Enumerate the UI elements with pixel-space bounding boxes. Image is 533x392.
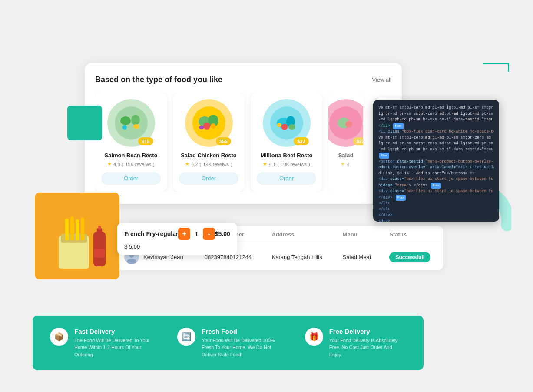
food-image-wrap-1: $55 — [185, 99, 233, 147]
code-line-1: ve mt-sm sm:pl-zero md:pl-md lg:pl-md pl… — [378, 105, 494, 111]
svg-point-11 — [203, 123, 210, 130]
code-line-15: <div class="box-flex ai-start jc-space-b… — [378, 189, 494, 195]
rating-count-0: 15K reveiws — [125, 162, 151, 167]
food-recommendation-card: Based on the type of food you like View … — [85, 63, 402, 204]
teal-accent-decoration — [483, 63, 509, 72]
food-photo-svg — [35, 193, 119, 279]
svg-rect-31 — [65, 219, 69, 240]
food-image-wrap-2: $33 — [263, 99, 311, 147]
feature-desc-0: The Food Will Be Delivered To Your Home … — [74, 337, 151, 359]
code-line-20: <div> — [378, 219, 494, 222]
food-name-1: Salad Chicken Resto — [181, 152, 237, 159]
rating-paren-close-1: ) — [231, 162, 232, 167]
status-badge: Successfull — [389, 252, 430, 262]
feature-item-2: 🎁 Free Delivery Your Food Delivery Is Ab… — [305, 328, 406, 359]
code-line-18: </ul> — [378, 207, 494, 213]
view-all-link[interactable]: View all — [372, 76, 391, 83]
fry-popup: French Fry-regular + 1 - $5.00 $ 5.00 — [117, 223, 237, 255]
rating-reviews-0: ( — [122, 162, 124, 167]
rating-paren-open-1: ( — [200, 162, 202, 167]
svg-rect-34 — [81, 218, 84, 240]
star-icon-0: ★ — [107, 161, 112, 167]
feature-content-2: Free Delivery Your Food Delivery Is Abso… — [329, 328, 406, 359]
green-square-decoration — [67, 106, 102, 140]
feature-title-2: Free Delivery — [329, 328, 406, 335]
food-rating-2: ★ 4,1 ( 10K reveiws ) — [263, 161, 310, 167]
order-button-0[interactable]: Order — [101, 172, 161, 185]
code-line-2: lg:pr-md pr-sm sm:pt-zero md:pt-md lg:pt… — [378, 111, 494, 117]
col-status: Status — [382, 226, 443, 243]
rating-count-2: 10K reveiws — [281, 162, 307, 167]
code-line-3: -md lg:pb-md pb-sm br-xxs bs-1" data-tes… — [378, 117, 494, 123]
feature-icon-wrap-1: 🔄 — [177, 328, 195, 346]
code-line-6: ve mt-sm sm:pl-zero md:pl-md pl-sm sm:pr… — [378, 135, 494, 141]
rating-value-2: 4,1 — [269, 162, 275, 167]
address-cell: Karang Tengah Hills — [265, 243, 336, 271]
food-card-0: $15 Salmon Bean Resto ★ 4,8 ( 15K reveiw… — [95, 93, 167, 192]
code-panel: ve mt-sm sm:pl-zero md:pl-md lg:pl-md pl… — [373, 100, 499, 222]
order-button-2[interactable]: Order — [257, 172, 316, 185]
food-card-2: $33 Miliiona Beef Resto ★ 4,1 ( 10K reve… — [251, 93, 322, 192]
fresh-icon: 🔄 — [182, 332, 191, 342]
svg-rect-32 — [70, 216, 74, 240]
rating-count-1: 19K reveiws — [203, 162, 229, 167]
rating-paren-close-2: ) — [308, 162, 310, 167]
feature-icon-wrap-2: 🎁 — [305, 328, 323, 346]
code-line-11: oduct-button-overlay" aria-label="Stir F… — [378, 165, 494, 171]
svg-point-6 — [122, 125, 127, 130]
price-badge-3: $22 — [353, 137, 363, 145]
svg-point-24 — [345, 121, 352, 128]
food-name-3: Salad — [338, 152, 354, 159]
col-address: Address — [265, 226, 336, 243]
rating-paren-open-2: ( — [278, 162, 279, 167]
fry-total: $5.00 — [215, 230, 230, 237]
feature-content-1: Fresh Food Your Food Will Be Delivered 1… — [202, 328, 278, 359]
rating-value-0: 4,8 — [113, 162, 120, 167]
price-badge-0: $15 — [138, 137, 153, 145]
code-line-9: Flex — [378, 153, 494, 159]
feature-desc-1: Your Food Will Be Delivered 100% Fresh T… — [202, 337, 278, 359]
code-line-10: <button data-testid="menu-product-button… — [378, 159, 494, 165]
delivery-icon: 📦 — [54, 332, 64, 342]
svg-rect-38 — [94, 249, 105, 258]
food-rating-0: ★ 4,8 ( 15K reveiws ) — [107, 161, 155, 167]
star-icon-3: ★ — [341, 161, 345, 167]
fry-minus-button[interactable]: - — [203, 228, 215, 240]
code-line-12: d Fish, $8.14 - Add to cart"></button> #… — [378, 171, 494, 177]
fry-plus-button[interactable]: + — [178, 228, 190, 240]
code-line-8: -md lg:pb-md pb-sm br-xxs bs-1" data-tes… — [378, 147, 494, 153]
feature-desc-2: Your Food Delivery Is Absolutely Free, N… — [329, 337, 406, 359]
svg-point-18 — [281, 124, 288, 130]
price-badge-1: $55 — [216, 137, 231, 145]
code-line-13: <div class="box-flex ai-start jc-space-b… — [378, 176, 494, 183]
order-button-1[interactable]: Order — [179, 172, 238, 185]
food-image-wrap-0: $15 — [107, 99, 155, 147]
menu-cell: Salad Meat — [336, 243, 383, 271]
svg-point-19 — [288, 124, 295, 130]
food-cards-list: $15 Salmon Bean Resto ★ 4,8 ( 15K reveiw… — [95, 93, 391, 192]
feature-item-0: 📦 Fast Delivery The Food Will Be Deliver… — [50, 328, 151, 359]
features-strip: 📦 Fast Delivery The Food Will Be Deliver… — [33, 316, 424, 371]
feature-icon-wrap-0: 📦 — [50, 328, 68, 346]
col-menu: Menu — [336, 226, 383, 243]
status-cell: Successfull — [382, 243, 443, 271]
feature-title-0: Fast Delivery — [74, 328, 151, 335]
code-line-5: <li class="box-flex dish-card bg-white j… — [378, 129, 494, 135]
fry-count-value: 1 — [195, 230, 198, 238]
code-line-16: </div> Flex — [378, 195, 494, 201]
star-icon-2: ★ — [263, 161, 267, 167]
code-line-17: </li> — [378, 201, 494, 207]
price-badge-2: $33 — [294, 137, 308, 145]
code-line-4: </li> Flex — [378, 123, 494, 130]
food-image-wrap-3: $22 — [328, 99, 363, 147]
code-line-19: </div> — [378, 213, 494, 219]
svg-point-12 — [211, 123, 216, 129]
rating-paren-0: ) — [153, 162, 155, 167]
rating-value-3: 4, — [347, 162, 351, 167]
svg-rect-33 — [76, 219, 79, 240]
svg-point-2 — [120, 116, 131, 125]
free-icon: 🎁 — [309, 332, 319, 342]
svg-point-13 — [199, 126, 204, 129]
food-name-2: Miliiona Beef Resto — [261, 152, 313, 159]
svg-point-5 — [133, 124, 139, 129]
